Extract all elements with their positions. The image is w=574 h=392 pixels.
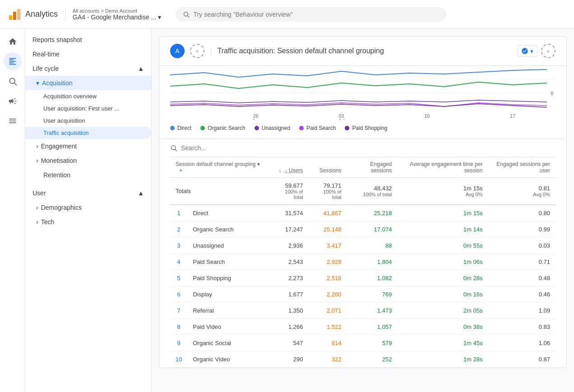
row-users: 2,543 — [271, 254, 308, 270]
account-name[interactable]: GA4 - Google Merchandise ... ▾ — [73, 14, 161, 21]
totals-engaged-sessions: 48,432 100% of total — [347, 178, 398, 205]
sidebar-item-reports-snapshot[interactable]: Reports snapshot — [25, 32, 151, 47]
row-avg-engagement: 0m 28s — [397, 270, 488, 286]
legend-dot-unassigned — [255, 126, 259, 130]
row-sessions: 2,260 — [308, 286, 347, 303]
engagement-section-header[interactable]: › Engagement — [25, 139, 151, 153]
row-channel[interactable]: Unassigned — [187, 238, 271, 254]
col-header-users[interactable]: ↓ ↓ Users — [271, 157, 308, 178]
row-channel[interactable]: Organic Social — [187, 335, 271, 351]
legend-dot-paid-shopping — [345, 126, 349, 130]
svg-text:10: 10 — [425, 113, 430, 119]
legend-paid-search[interactable]: Paid Search — [299, 125, 336, 131]
legend-dot-organic-search — [200, 126, 205, 130]
row-channel[interactable]: Referral — [187, 303, 271, 319]
legend-label-paid-search: Paid Search — [306, 125, 336, 131]
demographics-label: Demographics — [41, 204, 82, 211]
monetisation-section-header[interactable]: › Monetisation — [25, 153, 151, 168]
legend-direct[interactable]: Direct — [170, 125, 191, 131]
sidebar-item-user-acquisition[interactable]: User acquisition — [25, 115, 151, 127]
row-channel[interactable]: Paid Shopping — [187, 270, 271, 286]
row-users: 290 — [271, 351, 308, 368]
table-row: 6 Display 1,677 2,260 769 0m 16s 0.46 — [170, 286, 555, 303]
legend-organic-search[interactable]: Organic Search — [200, 125, 245, 131]
row-channel[interactable]: Display — [187, 286, 271, 303]
sidebar-item-retention[interactable]: Retention — [25, 168, 151, 182]
configure-nav-button[interactable] — [4, 112, 22, 130]
row-num: 3 — [170, 238, 187, 254]
user-section-header[interactable]: User ▲ — [25, 186, 151, 200]
user-section-label: User — [32, 189, 46, 197]
sidebar-item-acquisition-overview[interactable]: Acquisition overview — [25, 90, 151, 102]
sidebar-item-user-acquisition-first[interactable]: User acquisition: First user ... — [25, 102, 151, 115]
row-engaged-sessions: 1,473 — [347, 303, 398, 319]
col-header-sessions[interactable]: Sessions — [308, 157, 347, 178]
grouping-dropdown-icon: ▾ — [257, 161, 260, 167]
row-engaged-per-user: 1.09 — [488, 303, 555, 319]
row-channel[interactable]: Organic Video — [187, 351, 271, 368]
add-comparison-button[interactable]: + — [190, 44, 204, 58]
row-avg-engagement: 0m 38s — [397, 319, 488, 335]
totals-label: Totals — [170, 178, 271, 205]
col-header-avg-engagement[interactable]: Average engagement time per session — [397, 157, 488, 178]
legend-paid-shopping[interactable]: Paid Shopping — [345, 125, 387, 131]
demographics-section-header[interactable]: › Demographics — [25, 200, 151, 215]
col-header-grouping[interactable]: Session default channel grouping ▾ + — [170, 157, 271, 178]
add-dimension-button[interactable]: + — [179, 167, 182, 174]
search-icon — [183, 11, 190, 18]
row-channel[interactable]: Paid Search — [187, 254, 271, 270]
tech-section-header[interactable]: › Tech — [25, 215, 151, 229]
left-icon-nav — [0, 29, 25, 392]
col-header-engaged-per-user[interactable]: Engaged sessions per user — [488, 157, 555, 178]
explore-nav-button[interactable] — [4, 72, 22, 90]
global-search-input[interactable] — [194, 11, 440, 18]
table-row: 4 Paid Search 2,543 2,928 1,804 1m 06s 0… — [170, 254, 555, 270]
reports-icon — [8, 57, 17, 66]
row-channel[interactable]: Direct — [187, 205, 271, 221]
line-chart: 26 Jun 03 Jul 10 17 0 — [170, 66, 555, 120]
acquisition-section-header[interactable]: ▾ Acquisition — [25, 76, 151, 90]
sidebar: Reports snapshot Real-time Life cycle ▲ … — [25, 29, 152, 392]
reports-nav-button[interactable] — [4, 52, 22, 70]
table-row: 7 Referral 1,350 2,071 1,473 2m 05s 1.09 — [170, 303, 555, 319]
row-channel[interactable]: Organic Search — [187, 221, 271, 238]
svg-line-18 — [175, 149, 177, 151]
app-name: Analytics — [25, 9, 58, 19]
row-sessions: 25,148 — [308, 221, 347, 238]
customize-button[interactable]: ▾ — [517, 45, 537, 57]
global-search-bar[interactable] — [176, 7, 446, 22]
advertising-nav-button[interactable] — [4, 92, 22, 110]
row-num: 1 — [170, 205, 187, 221]
home-nav-button[interactable] — [4, 32, 22, 51]
row-users: 31,574 — [271, 205, 308, 221]
sidebar-item-realtime[interactable]: Real-time — [25, 47, 151, 61]
row-num: 5 — [170, 270, 187, 286]
row-avg-engagement: 1m 14s — [397, 221, 488, 238]
account-selector[interactable]: All accounts > Demo Account GA4 - Google… — [65, 8, 161, 21]
row-avg-engagement: 1m 06s — [397, 254, 488, 270]
row-engaged-per-user: 0.83 — [488, 319, 555, 335]
table-search-bar[interactable] — [170, 139, 555, 157]
sidebar-item-traffic-acquisition[interactable]: Traffic acquisition — [25, 127, 151, 139]
lifecycle-section-header[interactable]: Life cycle ▲ — [25, 61, 151, 76]
sort-icon: ↓ — [278, 167, 281, 174]
totals-users: 59,677 100% of total — [271, 178, 308, 205]
row-channel[interactable]: Paid Video — [187, 319, 271, 335]
col-header-engaged-sessions[interactable]: Engaged sessions — [347, 157, 398, 178]
row-avg-engagement: 2m 05s — [397, 303, 488, 319]
chart-area: 26 Jun 03 Jul 10 17 0 Direct — [159, 66, 566, 139]
legend-unassigned[interactable]: Unassigned — [255, 125, 290, 131]
row-users: 2,273 — [271, 270, 308, 286]
table-row: 10 Organic Video 290 322 252 1m 28s 0.87 — [170, 351, 555, 368]
row-sessions: 3,417 — [308, 238, 347, 254]
svg-rect-0 — [9, 15, 12, 20]
row-users: 1,350 — [271, 303, 308, 319]
row-users: 1,677 — [271, 286, 308, 303]
svg-text:Jul: Jul — [338, 118, 344, 120]
table-search-input[interactable] — [181, 144, 260, 152]
row-avg-engagement: 0m 55s — [397, 238, 488, 254]
demographics-expand-icon: › — [36, 204, 38, 211]
totals-avg-engagement: 1m 15s Avg 0% — [397, 178, 488, 205]
legend-dot-paid-search — [299, 126, 304, 130]
add-report-button[interactable]: + — [541, 44, 555, 58]
